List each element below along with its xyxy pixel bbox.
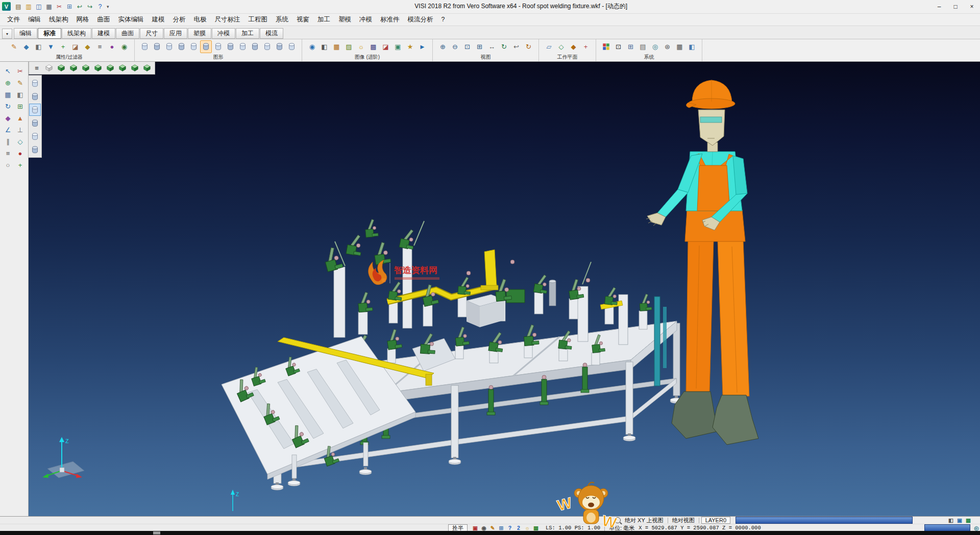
display-settings-icon[interactable]: ⊡ bbox=[612, 40, 624, 53]
quality-icon[interactable]: ★ bbox=[404, 40, 416, 53]
fixture-model[interactable] bbox=[222, 219, 682, 490]
printer-icon[interactable]: ▦ bbox=[674, 40, 685, 53]
tab[interactable]: 应用 bbox=[164, 28, 187, 39]
zoom-in-icon[interactable]: ⊕ bbox=[437, 40, 449, 53]
view-bottom-button[interactable] bbox=[129, 63, 140, 73]
background-icon[interactable]: ▩ bbox=[368, 40, 379, 53]
workplane-align-icon[interactable]: ◆ bbox=[568, 40, 579, 53]
display-mesh-icon[interactable] bbox=[249, 40, 261, 53]
sketch-icon[interactable]: ✎ bbox=[15, 78, 26, 88]
close-button[interactable]: × bbox=[964, 1, 980, 13]
help-icon[interactable]: ? bbox=[95, 2, 105, 11]
status-camera-icon[interactable]: ◉ bbox=[480, 525, 487, 531]
viewport-3d[interactable]: 智造资料网 Z bbox=[29, 62, 980, 516]
tab[interactable]: 尺寸 bbox=[140, 28, 163, 39]
tab[interactable]: 冲模 bbox=[212, 28, 235, 39]
display-shaded-icon[interactable] bbox=[176, 40, 187, 53]
light-icon[interactable]: ☼ bbox=[355, 40, 367, 53]
view-back-button[interactable] bbox=[80, 63, 91, 73]
new-file-icon[interactable]: ▤ bbox=[14, 2, 23, 11]
cut-icon[interactable]: ✂ bbox=[55, 2, 64, 11]
display-shaded-edges-icon[interactable] bbox=[188, 40, 200, 53]
menu-item[interactable]: 曲面 bbox=[93, 14, 114, 25]
previous-view-icon[interactable]: ↩ bbox=[510, 40, 522, 53]
display-boundary-icon[interactable] bbox=[225, 40, 236, 53]
rhombus-icon[interactable]: ◇ bbox=[15, 136, 26, 147]
filter-add-icon[interactable]: + bbox=[57, 40, 69, 53]
color-palette-icon[interactable] bbox=[600, 40, 612, 53]
circle-icon[interactable]: ○ bbox=[3, 160, 14, 171]
properties-icon[interactable]: ◆ bbox=[20, 40, 32, 53]
mode-shaded-button[interactable] bbox=[29, 104, 41, 116]
menu-item[interactable]: 线架构 bbox=[45, 14, 72, 25]
copy-icon[interactable]: ⊞ bbox=[65, 2, 74, 11]
snapshot-icon[interactable]: ▣ bbox=[392, 40, 404, 53]
workplane-origin-icon[interactable]: + bbox=[580, 40, 592, 53]
texture-icon[interactable]: ▨ bbox=[343, 40, 355, 53]
list-icon[interactable]: ≡ bbox=[94, 40, 106, 53]
menu-item[interactable]: 尺寸标注 bbox=[211, 14, 244, 25]
layers-icon[interactable]: ◧ bbox=[686, 40, 698, 53]
eraser-icon[interactable]: ◪ bbox=[69, 40, 81, 53]
half-view-icon[interactable]: ◧ bbox=[15, 89, 26, 100]
view-right-button[interactable] bbox=[105, 63, 116, 73]
tag-icon[interactable]: ◆ bbox=[82, 40, 93, 53]
display-reflection-icon[interactable] bbox=[286, 40, 298, 53]
menu-item[interactable]: 文件 bbox=[3, 14, 24, 25]
grid-icon[interactable]: ▦ bbox=[3, 89, 14, 100]
workplane-xy-icon[interactable]: ▱ bbox=[543, 40, 555, 53]
status-light-icon[interactable]: ☼ bbox=[524, 525, 531, 531]
tab[interactable]: 模流 bbox=[260, 28, 283, 39]
view-axonometric-button[interactable] bbox=[141, 63, 153, 73]
status-edit-icon[interactable]: ✎ bbox=[489, 525, 496, 531]
list-icon[interactable]: ≡ bbox=[3, 148, 14, 159]
tab[interactable]: 塑膜 bbox=[188, 28, 211, 39]
mode-shaded-edge-button[interactable] bbox=[29, 117, 41, 129]
tab[interactable]: 曲面 bbox=[116, 28, 139, 39]
plus-icon[interactable]: + bbox=[15, 160, 26, 171]
menu-item[interactable]: 实体编辑 bbox=[114, 14, 148, 25]
array-icon[interactable]: ⊞ bbox=[15, 101, 26, 112]
animation-icon[interactable]: ► bbox=[416, 40, 428, 53]
display-hidden-line-icon[interactable] bbox=[163, 40, 175, 53]
menu-item[interactable]: 编辑 bbox=[24, 14, 45, 25]
display-draft-icon[interactable] bbox=[274, 40, 285, 53]
triangle-icon[interactable]: ▲ bbox=[15, 113, 26, 124]
network-icon[interactable]: ◎ bbox=[649, 40, 661, 53]
pan-icon[interactable]: ↔ bbox=[486, 40, 498, 53]
visibility-icon[interactable]: ◉ bbox=[118, 40, 130, 53]
menu-item[interactable]: ? bbox=[437, 15, 449, 24]
layer-selector[interactable]: LAYER0 bbox=[701, 517, 730, 524]
tab[interactable]: 标准 bbox=[38, 28, 61, 39]
tab[interactable]: 加工 bbox=[236, 28, 259, 39]
display-rendered-icon[interactable] bbox=[200, 40, 212, 53]
mode-transparent-button[interactable] bbox=[29, 130, 41, 142]
menu-item[interactable]: 建模 bbox=[148, 14, 169, 25]
status-help-icon[interactable]: ? bbox=[506, 525, 513, 531]
redraw-icon[interactable]: ↻ bbox=[523, 40, 534, 53]
status-globe-icon[interactable]: ◎ bbox=[973, 525, 980, 531]
menu-item[interactable]: 模流分析 bbox=[404, 14, 437, 25]
redo-icon[interactable]: ↪ bbox=[85, 2, 94, 11]
trim-icon[interactable]: ✂ bbox=[15, 66, 26, 77]
menu-item[interactable]: 冲模 bbox=[355, 14, 376, 25]
status-display-icon[interactable]: ◧ bbox=[947, 517, 954, 524]
view-iso-button[interactable] bbox=[56, 63, 67, 73]
workplane-new-icon[interactable]: ◇ bbox=[555, 40, 567, 53]
menu-item[interactable]: 电极 bbox=[190, 14, 211, 25]
edit-attributes-icon[interactable]: ✎ bbox=[8, 40, 20, 53]
taskbar-item[interactable] bbox=[153, 531, 160, 534]
menu-item[interactable]: 网格 bbox=[72, 14, 93, 25]
minimize-button[interactable]: – bbox=[931, 1, 947, 13]
angle-icon[interactable]: ∠ bbox=[3, 125, 14, 135]
display-transparent-icon[interactable] bbox=[212, 40, 224, 53]
status-lock-icon[interactable]: ▣ bbox=[472, 525, 479, 531]
database-icon[interactable]: ▤ bbox=[637, 40, 649, 53]
zoom-fit-icon[interactable]: ⊞ bbox=[474, 40, 485, 53]
calculator-icon[interactable]: ⊞ bbox=[625, 40, 636, 53]
layer-filter-icon[interactable]: ◧ bbox=[33, 40, 44, 53]
display-section-icon[interactable] bbox=[237, 40, 249, 53]
view-front-button[interactable] bbox=[68, 63, 79, 73]
view-iso-white-button[interactable] bbox=[43, 63, 55, 73]
display-curvature-icon[interactable] bbox=[261, 40, 273, 53]
